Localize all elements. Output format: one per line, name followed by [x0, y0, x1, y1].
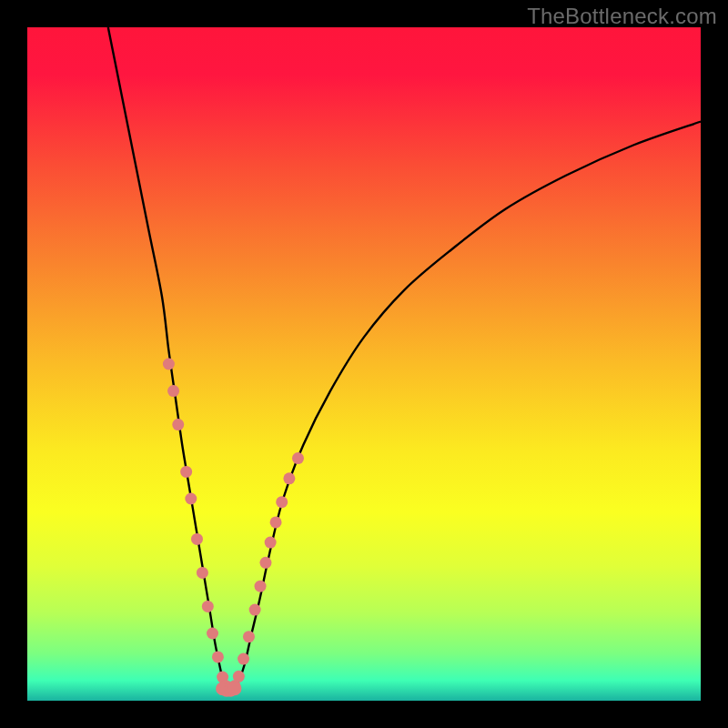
- data-point: [180, 466, 192, 478]
- plot-area: [27, 27, 701, 701]
- data-point: [249, 604, 261, 616]
- data-point: [185, 493, 197, 505]
- watermark-text: TheBottleneck.com: [527, 4, 717, 29]
- chart-svg: [27, 27, 701, 701]
- data-point: [233, 671, 245, 682]
- data-point: [191, 533, 203, 545]
- data-point: [265, 537, 277, 549]
- data-point: [255, 581, 267, 592]
- data-point: [202, 601, 214, 612]
- data-point: [172, 419, 184, 430]
- data-point: [283, 472, 295, 484]
- data-point: [238, 653, 249, 665]
- data-point: [167, 385, 179, 397]
- data-point: [270, 516, 282, 528]
- data-point: [276, 496, 288, 508]
- data-point: [163, 359, 175, 370]
- data-point: [197, 567, 208, 579]
- data-point: [207, 628, 218, 640]
- data-point: [292, 452, 304, 464]
- data-point: [259, 557, 271, 569]
- data-point: [243, 631, 255, 642]
- outer-frame: TheBottleneck.com: [0, 0, 728, 728]
- data-point: [228, 682, 241, 695]
- data-point: [212, 651, 224, 662]
